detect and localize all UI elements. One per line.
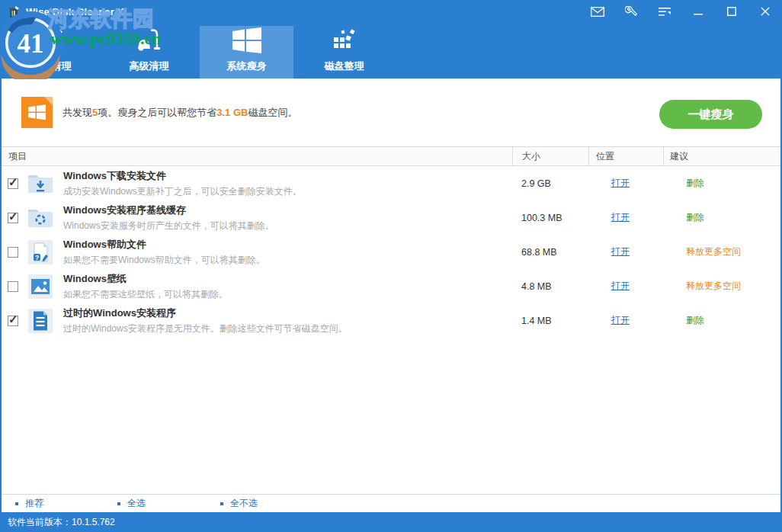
row-checkbox[interactable] [8,316,18,326]
installer-cache-icon [27,204,54,232]
wallpaper-icon [27,273,54,300]
summary-text: 共发现5项。瘦身之后可以帮您节省3.1 GB磁盘空间。 [62,106,297,120]
header-suggestion: 建议 [663,147,780,165]
empty-area [2,338,780,494]
row-title: Windows帮助文件 [63,238,265,252]
wrench-icon[interactable] [614,0,648,23]
bullet-icon [117,502,120,505]
tab-normal-clean[interactable]: 常规清理 [5,26,98,79]
row-size: 68.8 MB [512,247,588,258]
header-size: 大小 [512,147,588,165]
selection-toolbar: 推荐 全选 全不选 [2,494,780,512]
tab-label: 常规清理 [32,59,72,73]
menu-icon[interactable] [648,0,681,23]
bullet-icon [15,502,18,505]
header-item: 项目 [2,147,512,165]
installer-doc-icon [27,307,54,335]
svg-text:?: ? [35,253,39,261]
suggestion-link[interactable]: 删除 [669,178,704,188]
titlebar: Wise Disk Cleaner X [0,0,782,23]
savings-size: 3.1 GB [216,107,248,118]
main-tabs: 常规清理 高级清理 系统瘦身 磁盘整理 [5,26,391,79]
row-size: 4.8 MB [512,281,588,292]
tab-label: 高级清理 [130,59,169,73]
tab-advanced-clean[interactable]: 高级清理 [102,26,196,79]
download-folder-icon [27,170,54,197]
close-button[interactable] [748,0,782,23]
open-link[interactable]: 打开 [595,315,630,325]
table-row: Windows壁纸 如果您不需要这些壁纸，可以将其删除。 4.8 MB 打开 释… [2,269,780,303]
table-header: 项目 大小 位置 建议 [2,146,780,166]
row-size: 100.3 MB [512,213,588,223]
row-size: 1.4 MB [512,316,588,326]
row-title: Windows壁纸 [63,272,228,286]
tab-label: 磁盘整理 [325,59,364,73]
open-link[interactable]: 打开 [595,178,630,188]
open-link[interactable]: 打开 [595,246,630,257]
row-description: 如果您不需要Windows帮助文件，可以将其删除。 [63,254,265,267]
suggestion-link[interactable]: 删除 [669,212,704,223]
open-link[interactable]: 打开 [595,212,630,223]
recommend-link[interactable]: 推荐 [15,497,43,510]
tab-label: 系统瘦身 [227,59,267,73]
header-location: 位置 [588,147,663,165]
main-content: 共发现5项。瘦身之后可以帮您节省3.1 GB磁盘空间。 一键瘦身 项目 大小 位… [0,79,782,512]
app-header: Wise Disk Cleaner X [0,0,782,79]
tab-disk-defrag[interactable]: 磁盘整理 [297,26,391,79]
row-checkbox[interactable] [8,247,18,258]
one-click-slim-button[interactable]: 一键瘦身 [659,100,762,129]
slim-summary-icon [21,97,53,128]
summary-bar: 共发现5项。瘦身之后可以帮您节省3.1 GB磁盘空间。 一键瘦身 [2,79,780,146]
vacuum-icon [134,24,165,55]
bullet-icon [220,502,223,505]
row-description: 过时的Windows安装程序是无用文件。删除这些文件可节省磁盘空间。 [63,322,348,335]
row-checkbox[interactable] [8,213,18,223]
select-all-link[interactable]: 全选 [117,497,146,510]
row-title: 过时的Windows安装程序 [63,306,348,320]
suggestion-link[interactable]: 释放更多空间 [669,246,741,257]
tab-system-slim[interactable]: 系统瘦身 [200,26,293,79]
row-checkbox[interactable] [8,178,18,189]
table-row: Windows下载安装文件 成功安装Windows更新补丁之后，可以安全删除安装… [2,166,780,200]
app-logo-icon [8,5,21,18]
row-size: 2.9 GB [512,178,588,189]
table-row: ? Windows帮助文件 如果您不需要Windows帮助文件，可以将其删除。 … [2,235,780,269]
broom-icon [37,24,67,55]
row-description: Windows安装服务时所产生的文件，可以将其删除。 [63,220,274,232]
row-title: Windows安装程序基线缓存 [63,204,274,217]
defrag-icon [331,26,358,55]
version-label: 软件当前版本： [8,516,72,529]
help-file-icon: ? [27,239,54,266]
minimize-button[interactable] [681,0,715,23]
row-description: 成功安装Windows更新补丁之后，可以安全删除安装文件。 [63,185,302,198]
select-none-link[interactable]: 全不选 [220,497,258,510]
row-description: 如果您不需要这些壁纸，可以将其删除。 [63,288,228,301]
status-bar: 软件当前版本：10.1.5.762 [0,512,782,532]
table-row: 过时的Windows安装程序 过时的Windows安装程序是无用文件。删除这些文… [2,303,780,338]
row-title: Windows下载安装文件 [63,169,302,183]
suggestion-link[interactable]: 删除 [669,315,704,325]
window-title: Wise Disk Cleaner X [26,6,124,18]
mail-icon[interactable] [581,0,614,23]
table-row: Windows安装程序基线缓存 Windows安装服务时所产生的文件，可以将其删… [2,200,780,235]
maximize-button[interactable] [715,0,748,23]
windows-icon [232,26,261,55]
row-checkbox[interactable] [8,281,18,292]
version-value: 10.1.5.762 [72,517,115,527]
suggestion-link[interactable]: 释放更多空间 [669,280,741,291]
open-link[interactable]: 打开 [595,280,630,291]
